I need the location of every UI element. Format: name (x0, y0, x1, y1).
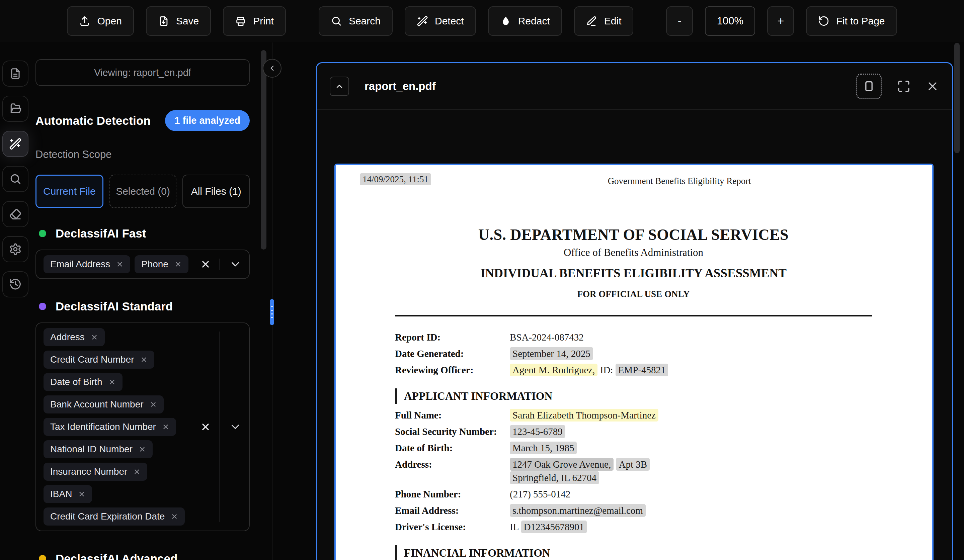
detection-tag: Credit Card Expiration Date (44, 508, 185, 526)
detected-entity[interactable]: s.thompson.martinez@email.com (510, 504, 646, 517)
rail-eraser-button[interactable] (2, 201, 28, 227)
upload-icon (79, 15, 90, 27)
edit-button[interactable]: Edit (574, 6, 633, 36)
financial-section-header: FINANCIAL INFORMATION (395, 545, 872, 560)
search-button[interactable]: Search (319, 6, 392, 36)
collapse-panel-button[interactable] (263, 59, 282, 78)
model-tag-box: AddressCredit Card NumberDate of BirthBa… (36, 323, 250, 531)
rail-documents-button[interactable] (2, 60, 28, 87)
tag-label: Bank Account Number (50, 399, 143, 410)
detected-entity[interactable]: March 15, 1985 (510, 442, 577, 454)
clear-all-tags-button[interactable] (200, 259, 211, 269)
search-icon (331, 15, 342, 27)
save-button[interactable]: Save (146, 6, 211, 36)
fit-to-page-button[interactable]: Fit to Page (806, 6, 897, 36)
controls-divider (220, 331, 220, 522)
assessment-title: INDIVIDUAL BENEFITS ELIGIBILITY ASSESSME… (395, 266, 872, 280)
pdf-page[interactable]: 14/09/2025, 11:51 Government Benefits El… (334, 164, 933, 560)
field-value-line: Agent M. Rodriguez, ID: EMP-45821 (510, 363, 872, 377)
clear-all-tags-button[interactable] (200, 422, 211, 432)
detected-entity[interactable]: Agent M. Rodriguez, (510, 364, 598, 377)
scope-tabs: Current File Selected (0) All Files (1) (36, 175, 250, 208)
panel-scrollbar-thumb[interactable] (261, 50, 266, 250)
remove-tag-icon[interactable] (171, 513, 178, 520)
detect-button[interactable]: Detect (405, 6, 476, 36)
detection-tag: Email Address (44, 255, 130, 273)
field-label: Phone Number: (395, 487, 510, 501)
print-button[interactable]: Print (223, 6, 286, 36)
tab-all-files[interactable]: All Files (1) (182, 175, 250, 208)
rail-open-folder-button[interactable] (2, 96, 28, 122)
model-section-advanced: DeclassifAI Advanced PersonFinancial Inf… (36, 552, 250, 560)
detection-scope-label: Detection Scope (36, 149, 250, 161)
document-field-row: Email Address:s.thompson.martinez@email.… (395, 504, 872, 517)
page-icon (862, 80, 876, 93)
viewer-file-title: raport_en.pdf (365, 80, 436, 93)
viewer-header: raport_en.pdf (317, 63, 952, 110)
fullscreen-button[interactable] (897, 80, 910, 93)
field-value: BSA-2024-087432 (510, 331, 872, 344)
zoom-out-button[interactable]: - (666, 6, 693, 36)
tag-label: IBAN (50, 489, 72, 500)
expand-tags-button[interactable] (229, 420, 242, 433)
detected-entity[interactable]: Sarah Elizabeth Thompson-Martinez (510, 409, 658, 422)
eraser-icon (9, 208, 22, 221)
files-analyzed-badge: 1 file analyzed (165, 110, 250, 131)
close-window-button[interactable] (926, 80, 939, 93)
remove-tag-icon[interactable] (91, 334, 98, 341)
field-value: 123-45-6789 (510, 425, 872, 438)
tab-current-file[interactable]: Current File (36, 175, 103, 208)
model-section-standard: DeclassifAI Standard AddressCredit Card … (36, 300, 250, 531)
remove-tag-icon[interactable] (140, 356, 148, 363)
zoom-in-label: + (778, 15, 784, 28)
report-meta-rows: Report ID:BSA-2024-087432Date Generated:… (395, 331, 872, 377)
tag-label: Credit Card Expiration Date (50, 511, 164, 522)
print-title: Government Benefits Eligibility Report (608, 176, 751, 186)
field-value: s.thompson.martinez@email.com (510, 504, 872, 517)
official-use-label: FOR OFFICIAL USE ONLY (395, 289, 872, 299)
tag-label: Date of Birth (50, 377, 103, 387)
detected-entity[interactable]: September 14, 2025 (510, 347, 593, 360)
field-label: Date of Birth: (395, 441, 510, 454)
printer-icon (235, 15, 246, 27)
page-view-button[interactable] (856, 74, 882, 99)
tag-label: Tax Identification Number (50, 422, 156, 432)
rail-settings-button[interactable] (2, 236, 28, 262)
tab-selected[interactable]: Selected (0) (109, 175, 177, 208)
remove-tag-icon[interactable] (133, 468, 141, 476)
detected-entity[interactable]: D12345678901 (521, 521, 587, 533)
remove-tag-icon[interactable] (174, 261, 182, 268)
expand-tags-button[interactable] (229, 258, 242, 271)
detected-entity[interactable]: 123-45-6789 (510, 425, 565, 438)
detected-entity[interactable]: Apt 3B (616, 458, 650, 471)
remove-tag-icon[interactable] (116, 261, 124, 268)
detected-entity[interactable]: 1247 Oak Grove Avenue, (510, 458, 614, 471)
remove-tag-icon[interactable] (138, 446, 146, 453)
detected-entity[interactable]: Springfield, IL 62704 (510, 471, 599, 484)
detected-entity[interactable]: 14/09/2025, 11:51 (360, 173, 431, 185)
rail-search-button[interactable] (2, 166, 28, 192)
wand-icon (417, 15, 428, 27)
remove-tag-icon[interactable] (150, 401, 157, 408)
field-label: Driver's License: (395, 520, 510, 534)
rail-detect-button[interactable] (2, 131, 28, 157)
detection-tag: Date of Birth (44, 373, 122, 391)
remove-tag-icon[interactable] (162, 423, 169, 430)
collapse-window-button[interactable] (330, 76, 349, 96)
zoom-in-button[interactable]: + (767, 6, 794, 36)
rail-history-button[interactable] (2, 271, 28, 297)
chevron-left-icon (268, 64, 277, 73)
tag-label: Phone (141, 259, 168, 269)
field-value: 1247 Oak Grove Avenue, Apt 3BSpringfield… (510, 458, 872, 484)
document-field-row: Driver's License:IL D12345678901 (395, 520, 872, 534)
divider-drag-handle[interactable] (270, 299, 274, 325)
main-scrollbar-thumb[interactable] (954, 43, 960, 153)
open-button[interactable]: Open (67, 6, 134, 36)
gear-icon (9, 243, 22, 256)
model-header: DeclassifAI Advanced (36, 552, 250, 560)
remove-tag-icon[interactable] (78, 490, 85, 498)
detected-entity[interactable]: EMP-45821 (616, 364, 668, 377)
redact-button[interactable]: Redact (488, 6, 562, 36)
remove-tag-icon[interactable] (109, 378, 116, 386)
maximize-icon (897, 80, 910, 93)
